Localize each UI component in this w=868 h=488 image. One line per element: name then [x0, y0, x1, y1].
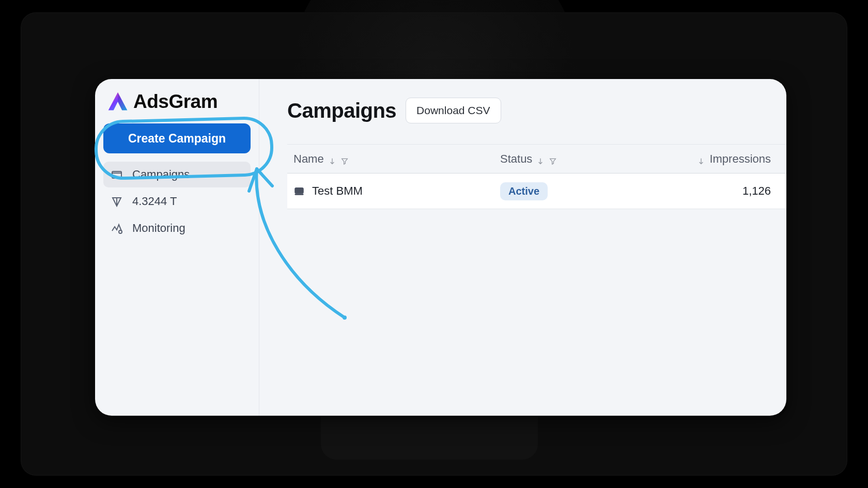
page-header: Campaigns Download CSV: [287, 98, 786, 123]
sidebar-item-label: Campaigns: [132, 168, 190, 181]
campaign-name: Test BMM: [312, 184, 363, 198]
column-header-status[interactable]: Status: [500, 152, 686, 166]
folder-icon: [111, 168, 123, 181]
ton-icon: [111, 195, 123, 208]
brand-name: AdsGram: [133, 91, 218, 113]
column-header-impressions[interactable]: Impressions: [686, 152, 771, 166]
campaigns-table: Name Status: [287, 144, 786, 209]
svg-rect-3: [295, 194, 304, 195]
sort-icon: [697, 155, 705, 163]
column-header-name[interactable]: Name: [293, 152, 500, 166]
outer-stage: AdsGram Create Campaign Campaigns 4.3244…: [21, 13, 847, 475]
sort-icon: [536, 155, 545, 163]
monitoring-icon: [111, 222, 123, 234]
cell-name: Test BMM: [293, 184, 500, 198]
sidebar-item-label: 4.3244 T: [132, 195, 177, 208]
download-csv-button[interactable]: Download CSV: [406, 98, 501, 123]
filter-icon: [549, 155, 557, 163]
svg-point-1: [119, 230, 122, 233]
sidebar-nav: Campaigns 4.3244 T Monitoring: [103, 162, 251, 241]
main-content: Campaigns Download CSV Name S: [259, 79, 786, 416]
svg-rect-0: [112, 171, 121, 178]
column-label: Impressions: [709, 152, 771, 166]
sidebar-item-monitoring[interactable]: Monitoring: [103, 215, 251, 241]
app-window: AdsGram Create Campaign Campaigns 4.3244…: [95, 79, 786, 416]
brand-logo-icon: [106, 90, 129, 113]
campaign-icon: [293, 185, 305, 197]
column-label: Status: [500, 152, 532, 166]
table-row[interactable]: Test BMM Active 1,126: [287, 174, 786, 209]
filter-icon: [340, 155, 349, 163]
table-header-row: Name Status: [287, 145, 786, 174]
cell-status: Active: [500, 182, 686, 200]
svg-rect-2: [295, 188, 304, 194]
sidebar-item-balance[interactable]: 4.3244 T: [103, 188, 251, 214]
sidebar-item-campaigns[interactable]: Campaigns: [103, 162, 251, 187]
page-title: Campaigns: [287, 99, 396, 122]
cell-impressions: 1,126: [686, 184, 771, 198]
status-badge: Active: [500, 182, 548, 200]
sidebar-item-label: Monitoring: [132, 222, 185, 235]
create-campaign-button[interactable]: Create Campaign: [103, 123, 251, 153]
sidebar: AdsGram Create Campaign Campaigns 4.3244…: [95, 79, 259, 416]
brand-logo[interactable]: AdsGram: [103, 88, 251, 123]
column-label: Name: [293, 152, 324, 166]
sort-icon: [328, 155, 336, 163]
